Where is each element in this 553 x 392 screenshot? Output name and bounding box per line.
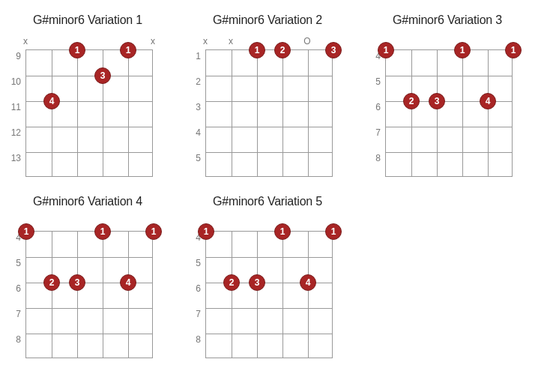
- fret-line: [26, 257, 152, 258]
- string-markers-row: [385, 34, 513, 49]
- fret-line: [386, 127, 512, 127]
- fret-label: 5: [369, 75, 385, 100]
- finger-dot: 4: [300, 274, 316, 291]
- chord-diagram: xxO123: [205, 34, 333, 177]
- chord-card: G#minor6 Variation 345678111234: [369, 13, 526, 177]
- chord-row: 45678111234: [189, 216, 346, 358]
- fret-label: 2: [189, 75, 205, 100]
- chord-title: G#minor6 Variation 4: [9, 195, 166, 208]
- finger-dot: 1: [325, 223, 342, 240]
- finger-dot: 4: [43, 93, 60, 109]
- fret-line: [206, 101, 332, 102]
- finger-dot: 1: [505, 42, 522, 58]
- finger-dot: 1: [249, 42, 265, 58]
- finger-dot: 1: [69, 42, 85, 58]
- fret-label: 1: [189, 49, 205, 75]
- fret-label: 3: [189, 100, 205, 126]
- fret-label: 8: [369, 151, 385, 177]
- string-line: [462, 50, 463, 176]
- chord-diagram: 111234: [25, 216, 153, 358]
- finger-dot: 3: [69, 274, 85, 291]
- string-line: [488, 50, 489, 176]
- fret-line: [206, 76, 332, 76]
- string-line: [308, 232, 309, 358]
- chord-title: G#minor6 Variation 2: [189, 13, 346, 27]
- chord-row: 12345xxO123: [189, 34, 346, 177]
- fret-line: [206, 127, 332, 127]
- string-line: [411, 50, 412, 176]
- mute-marker: x: [23, 36, 28, 46]
- string-line: [77, 232, 78, 358]
- fret-line: [206, 257, 332, 258]
- string-line: [308, 50, 309, 176]
- chord-diagrams-container: G#minor6 Variation 1910111213xx1134G#min…: [9, 13, 544, 358]
- string-line: [52, 50, 52, 176]
- fret-line: [206, 334, 332, 334]
- finger-dot: 1: [120, 42, 136, 58]
- mute-marker: x: [203, 36, 208, 46]
- string-line: [103, 232, 103, 358]
- finger-dot: 2: [43, 274, 60, 291]
- chord-diagram: xx1134: [25, 34, 153, 177]
- finger-dot: 2: [223, 274, 240, 291]
- fret-line: [206, 152, 332, 153]
- fretboard-grid: 111234: [205, 231, 333, 358]
- finger-dot: 4: [480, 93, 496, 109]
- fret-label: 13: [9, 151, 25, 177]
- fret-label: 5: [189, 256, 205, 282]
- string-line: [128, 50, 129, 176]
- fret-line: [206, 308, 332, 309]
- string-line: [282, 50, 283, 176]
- finger-dot: 1: [454, 42, 471, 58]
- fret-line: [26, 334, 152, 334]
- chord-title: G#minor6 Variation 1: [9, 13, 166, 27]
- finger-dot: 1: [18, 223, 34, 240]
- fretboard-grid: 111234: [25, 231, 153, 358]
- fretboard-grid: 123: [205, 49, 333, 177]
- fret-line: [386, 152, 512, 153]
- chord-card: G#minor6 Variation 1910111213xx1134: [9, 13, 166, 177]
- fret-line: [26, 308, 152, 309]
- fret-line: [26, 76, 152, 76]
- fret-label: 7: [189, 307, 205, 333]
- fretboard-grid: 1134: [25, 49, 153, 177]
- string-line: [257, 50, 258, 176]
- string-line: [282, 232, 283, 358]
- chord-row: 45678111234: [369, 34, 526, 177]
- finger-dot: 3: [94, 67, 111, 84]
- mute-marker: x: [151, 36, 155, 46]
- fret-label: 7: [9, 307, 25, 333]
- open-marker: O: [303, 36, 310, 46]
- fret-label: 5: [9, 256, 25, 282]
- string-line: [437, 50, 438, 176]
- fret-label: 6: [9, 282, 25, 307]
- fret-label: 12: [9, 126, 25, 151]
- string-line: [77, 50, 78, 176]
- fret-line: [26, 127, 152, 127]
- chord-card: G#minor6 Variation 545678111234: [189, 195, 346, 358]
- fret-label: 4: [189, 126, 205, 151]
- string-line: [232, 50, 232, 176]
- string-markers-row: [25, 216, 153, 231]
- fret-label: 6: [369, 100, 385, 126]
- finger-dot: 3: [429, 93, 445, 109]
- fret-line: [386, 76, 512, 76]
- fret-label: 5: [189, 151, 205, 177]
- finger-dot: 3: [249, 274, 265, 291]
- string-line: [52, 232, 52, 358]
- finger-dot: 1: [145, 223, 162, 240]
- fretboard-grid: 111234: [385, 49, 513, 177]
- finger-dot: 1: [378, 42, 394, 58]
- chord-title: G#minor6 Variation 3: [369, 13, 526, 27]
- chord-diagram: 111234: [385, 34, 513, 177]
- chord-card: G#minor6 Variation 445678111234: [9, 195, 166, 358]
- chord-row: 45678111234: [9, 216, 166, 358]
- chord-diagram: 111234: [205, 216, 333, 358]
- finger-dot: 4: [120, 274, 136, 291]
- finger-dot: 1: [94, 223, 111, 240]
- fret-label: 9: [9, 49, 25, 75]
- fret-label: 8: [189, 333, 205, 358]
- mute-marker: x: [229, 36, 233, 46]
- fret-label-column: 910111213: [9, 34, 25, 177]
- string-markers-row: [205, 216, 333, 231]
